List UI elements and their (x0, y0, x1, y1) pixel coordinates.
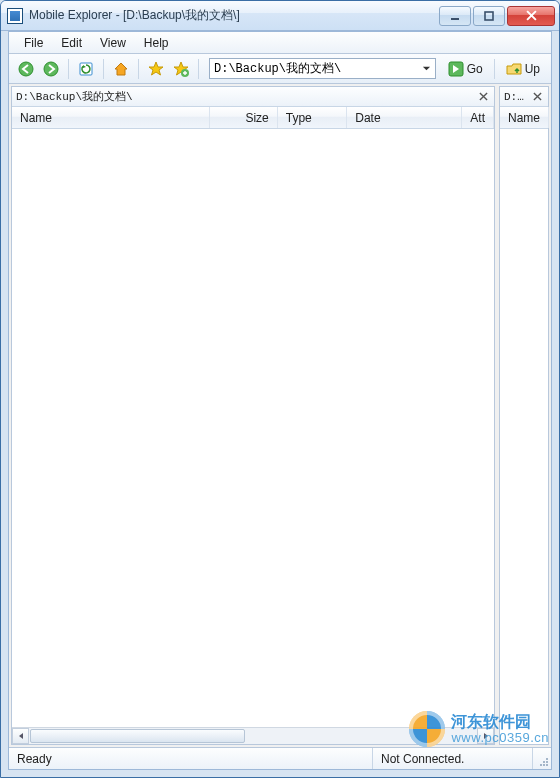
left-column-headers: Name Size Type Date Att (12, 107, 494, 129)
left-pane: D:\Backup\我的文档\ Name Size Type Date Att (11, 86, 495, 745)
refresh-button[interactable] (75, 58, 97, 80)
address-dropdown-button[interactable] (419, 59, 435, 78)
status-ready: Ready (9, 748, 373, 769)
address-text[interactable]: D:\Backup\我的文档\ (214, 60, 419, 77)
left-tab-close-icon[interactable] (476, 90, 490, 104)
left-file-list[interactable] (12, 129, 494, 727)
menu-view[interactable]: View (91, 34, 135, 52)
client-area: File Edit View Help D:\Backup\我的文档\ (8, 31, 552, 770)
col-header-attr[interactable]: Att (462, 107, 494, 128)
back-button[interactable] (15, 58, 37, 80)
go-icon (448, 61, 464, 77)
svg-point-9 (546, 761, 548, 763)
go-label: Go (467, 62, 483, 76)
menu-file[interactable]: File (15, 34, 52, 52)
right-file-list[interactable] (500, 129, 548, 744)
minimize-button[interactable] (439, 6, 471, 26)
svg-point-8 (543, 764, 545, 766)
scroll-track[interactable] (29, 728, 477, 744)
toolbar-separator (494, 59, 495, 79)
status-connection: Not Connected. (373, 748, 533, 769)
resize-grip-icon[interactable] (533, 748, 551, 769)
left-tab-path: D:\Backup\我的文档\ (16, 89, 476, 104)
svg-point-10 (540, 764, 542, 766)
home-button[interactable] (110, 58, 132, 80)
address-combo[interactable]: D:\Backup\我的文档\ (209, 58, 436, 79)
title-bar: Mobile Explorer - [D:\Backup\我的文档\] (1, 1, 559, 31)
svg-point-11 (543, 761, 545, 763)
app-icon (7, 8, 23, 24)
scroll-thumb[interactable] (30, 729, 245, 743)
svg-rect-0 (451, 18, 459, 20)
svg-point-7 (546, 764, 548, 766)
svg-point-2 (19, 62, 33, 76)
scroll-right-button[interactable] (477, 728, 494, 744)
forward-button[interactable] (40, 58, 62, 80)
right-pane: D:... Name (499, 86, 549, 745)
right-pane-tab[interactable]: D:... (500, 87, 548, 107)
panes-container: D:\Backup\我的文档\ Name Size Type Date Att (9, 84, 551, 747)
menu-edit[interactable]: Edit (52, 34, 91, 52)
toolbar-separator (198, 59, 199, 79)
go-button[interactable]: Go (443, 58, 488, 80)
up-label: Up (525, 62, 540, 76)
menu-help[interactable]: Help (135, 34, 178, 52)
folder-up-icon (506, 61, 522, 77)
up-button[interactable]: Up (501, 58, 545, 80)
col-header-date[interactable]: Date (347, 107, 462, 128)
window-buttons (437, 6, 555, 26)
left-pane-tab[interactable]: D:\Backup\我的文档\ (12, 87, 494, 107)
toolbar-separator (68, 59, 69, 79)
left-hscrollbar[interactable] (12, 727, 494, 744)
favorites-button[interactable] (145, 58, 167, 80)
window-title: Mobile Explorer - [D:\Backup\我的文档\] (29, 7, 437, 24)
col-header-name[interactable]: Name (12, 107, 210, 128)
right-tab-close-icon[interactable] (530, 90, 544, 104)
scroll-left-button[interactable] (12, 728, 29, 744)
maximize-button[interactable] (473, 6, 505, 26)
col-header-size[interactable]: Size (210, 107, 278, 128)
status-bar: Ready Not Connected. (9, 747, 551, 769)
svg-rect-1 (485, 12, 493, 20)
svg-point-12 (546, 758, 548, 760)
right-column-headers: Name (500, 107, 548, 129)
right-tab-path: D:... (504, 91, 530, 103)
col-header-type[interactable]: Type (278, 107, 348, 128)
col-header-name-right[interactable]: Name (500, 107, 549, 128)
toolbar-separator (103, 59, 104, 79)
toolbar-separator (138, 59, 139, 79)
menu-bar: File Edit View Help (9, 32, 551, 54)
add-favorite-button[interactable] (170, 58, 192, 80)
svg-point-3 (44, 62, 58, 76)
close-button[interactable] (507, 6, 555, 26)
toolbar: D:\Backup\我的文档\ Go Up (9, 54, 551, 84)
